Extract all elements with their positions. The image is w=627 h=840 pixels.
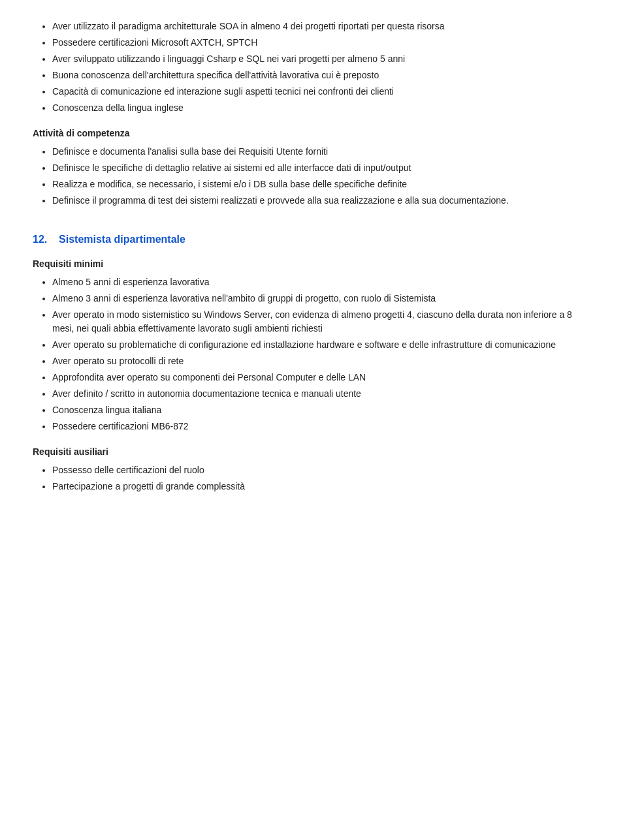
attivita-heading: Attività di competenza [33,128,594,138]
requisiti-minimi-heading: Requisiti minimi [33,258,594,269]
requisiti-ausiliari-section: Requisiti ausiliari Possesso delle certi… [33,446,594,493]
section-number-title: 12. Sistemista dipartimentale [33,234,594,245]
list-item: Partecipazione a progetti di grande comp… [52,480,594,493]
list-item: Almeno 5 anni di esperienza lavorativa [52,275,594,289]
list-item: Conoscenza lingua italiana [52,403,594,417]
requisiti-ausiliari-heading: Requisiti ausiliari [33,446,594,457]
list-item: Capacità di comunicazione ed interazione… [52,85,594,99]
list-item: Aver utilizzato il paradigma architettur… [52,20,594,33]
list-item: Aver operato su protocolli di rete [52,354,594,368]
requisiti-ausiliari-list: Possesso delle certificazioni del ruoloP… [33,463,594,493]
list-item: Conoscenza della lingua inglese [52,101,594,115]
top-bullets-list: Aver utilizzato il paradigma architettur… [33,20,594,115]
requisiti-minimi-section: Requisiti minimi Almeno 5 anni di esperi… [33,258,594,433]
list-item: Possesso delle certificazioni del ruolo [52,463,594,477]
list-item: Possedere certificazioni MB6-872 [52,420,594,433]
list-item: Possedere certificazioni Microsoft AXTCH… [52,36,594,50]
list-item: Aver definito / scritto in autonomia doc… [52,387,594,401]
list-item: Buona conoscenza dell'architettura speci… [52,69,594,82]
requisiti-minimi-list: Almeno 5 anni di esperienza lavorativaAl… [33,275,594,433]
list-item: Aver sviluppato utilizzando i linguaggi … [52,52,594,66]
list-item: Aver operato su problematiche di configu… [52,338,594,352]
section-number: 12. [33,234,47,245]
list-item: Aver operato in modo sistemistico su Win… [52,308,594,335]
section-title: Sistemista dipartimentale [59,234,185,245]
attivita-bullets-list: Definisce e documenta l'analisi sulla ba… [33,145,594,208]
list-item: Definisce le specifiche di dettaglio rel… [52,161,594,175]
list-item: Approfondita aver operato su componenti … [52,371,594,384]
list-item: Almeno 3 anni di esperienza lavorativa n… [52,292,594,305]
list-item: Definisce il programma di test dei siste… [52,194,594,208]
list-item: Realizza e modifica, se necessario, i si… [52,178,594,191]
list-item: Definisce e documenta l'analisi sulla ba… [52,145,594,159]
